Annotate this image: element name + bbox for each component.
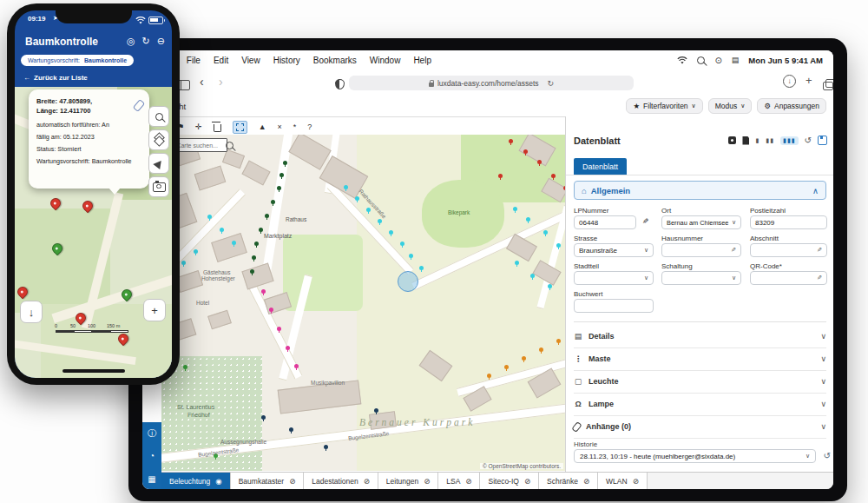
menu-item-edit[interactable]: Edit [214, 56, 228, 65]
map-marker[interactable] [526, 217, 530, 222]
forward-button[interactable]: › [219, 76, 223, 88]
map-marker[interactable] [271, 200, 275, 204]
map-marker[interactable] [261, 415, 266, 420]
map-marker[interactable] [355, 196, 359, 201]
map-marker[interactable] [530, 274, 535, 278]
map-marker[interactable] [194, 249, 198, 254]
three-column-icon[interactable]: ▮▮▮ [780, 136, 799, 145]
lpnummer-input[interactable]: 06448 [574, 215, 636, 229]
map-marker[interactable] [556, 339, 561, 343]
document-icon[interactable] [742, 136, 749, 145]
clock-icon[interactable]: ◔ [142, 451, 161, 460]
map-marker[interactable] [279, 173, 284, 177]
map-marker[interactable] [366, 208, 371, 212]
reload-icon[interactable] [548, 79, 555, 88]
downloads-icon[interactable]: ↓ [783, 75, 796, 88]
section-details[interactable]: ▤Details∨ [574, 325, 826, 348]
layer-tab-siteco-iq[interactable]: Siteco-IQ [480, 473, 539, 489]
abschnitt-input[interactable] [750, 243, 827, 257]
map-marker[interactable] [515, 261, 519, 265]
map-marker[interactable] [252, 255, 256, 260]
historie-undo-icon[interactable] [824, 451, 831, 460]
edit-lpnummer-icon[interactable] [642, 217, 649, 226]
filterfavoriten-button[interactable]: ★Filterfavoriten∨ [626, 98, 702, 114]
navigate-tool-button[interactable] [148, 153, 169, 174]
strasse-select[interactable]: Braunstraße∨ [574, 243, 654, 257]
buchwert-input[interactable] [574, 299, 654, 313]
edit-qrcode-icon[interactable] [817, 275, 822, 281]
menu-item-window[interactable]: Window [370, 56, 401, 65]
map-marker[interactable] [509, 139, 513, 143]
warning-tool-icon[interactable]: ▲ [259, 122, 266, 131]
collapse-icon[interactable] [157, 36, 165, 47]
delete-tool-icon[interactable] [214, 124, 221, 132]
panel-toggle-icon[interactable]: ▦ [142, 474, 161, 484]
map-marker[interactable] [232, 241, 236, 245]
wartungsvorschrift-chip[interactable]: Wartungsvorschrift:Baumkontrolle [21, 55, 134, 66]
map-marker[interactable] [344, 185, 348, 189]
info-icon[interactable]: ⓘ [142, 427, 161, 440]
help-tool-icon[interactable]: ? [307, 122, 312, 131]
section-lampe[interactable]: ΩLampe∨ [574, 393, 826, 416]
map-marker[interactable] [523, 149, 528, 154]
undo-icon[interactable] [805, 136, 812, 145]
map-marker[interactable] [389, 230, 393, 235]
map-marker[interactable] [539, 347, 543, 352]
map-marker[interactable] [419, 266, 424, 270]
map-marker[interactable] [487, 374, 491, 378]
map-marker[interactable] [409, 254, 413, 258]
camera-tool-button[interactable] [148, 176, 169, 197]
spotlight-search-icon[interactable] [697, 56, 705, 64]
download-button[interactable]: ↓ [20, 301, 43, 323]
layer-tab-beleuchtung[interactable]: Beleuchtung [161, 473, 231, 489]
map-marker[interactable] [277, 186, 281, 190]
map-marker[interactable] [254, 242, 259, 246]
address-bar[interactable]: luxdata-easy.com/home/assets [349, 76, 634, 90]
stop-icon[interactable] [728, 136, 736, 144]
map-marker[interactable] [522, 356, 526, 361]
map-marker[interactable] [181, 261, 186, 265]
section-allgemein[interactable]: ⌂ Allgemein ∧ [574, 181, 826, 200]
back-to-list-link[interactable]: ←Zurück zur Liste [23, 74, 88, 82]
edit-hausnummer-icon[interactable] [731, 247, 736, 254]
map-marker[interactable] [220, 228, 224, 232]
layer-tab-leitungen[interactable]: Leitungen [378, 473, 438, 489]
map-search-icon[interactable] [226, 142, 233, 149]
map-marker[interactable] [259, 228, 263, 232]
map-marker[interactable] [289, 427, 293, 432]
map-marker[interactable] [277, 327, 281, 331]
map-marker[interactable] [286, 346, 290, 350]
web-map[interactable]: Rathaus Marktplatz Bikepark Gästehaus Ho… [161, 135, 565, 471]
one-column-icon[interactable]: ▮ [755, 137, 760, 144]
new-tab-icon[interactable]: + [806, 74, 812, 87]
layer-tab-ladestationen[interactable]: Ladestationen [304, 473, 378, 489]
shield-icon[interactable] [335, 77, 345, 93]
map-marker[interactable] [400, 242, 404, 246]
layer-tab-wlan[interactable]: WLAN [598, 473, 648, 489]
map-marker[interactable] [269, 308, 273, 312]
postleitzahl-input[interactable]: 83209 [750, 215, 827, 229]
search-tool-button[interactable] [148, 106, 169, 127]
back-button[interactable]: ‹ [200, 76, 204, 88]
stadtteil-select[interactable]: ∨ [574, 271, 654, 285]
schaltung-select[interactable]: ∨ [661, 271, 741, 285]
qrcode-input[interactable] [750, 271, 827, 285]
two-column-icon[interactable]: ▮▮ [766, 137, 774, 144]
map-marker[interactable] [265, 214, 269, 218]
map-marker[interactable] [183, 365, 187, 369]
map-marker[interactable] [513, 207, 517, 211]
map-marker[interactable] [294, 364, 299, 368]
section-maste[interactable]: ⋮Maste∨ [574, 347, 826, 371]
map-marker[interactable] [548, 284, 552, 288]
anpassungen-button[interactable]: ⚙Anpassungen [757, 98, 826, 114]
map-marker[interactable] [504, 365, 509, 369]
hausnummer-input[interactable] [661, 243, 741, 257]
ort-select[interactable]: Bernau am Chiemsee∨ [661, 215, 741, 229]
save-icon[interactable] [818, 136, 827, 145]
phone-map[interactable]: Breite: 47.805899, Länge: 12.411700 auto… [15, 87, 172, 378]
map-marker[interactable] [551, 174, 556, 178]
map-marker[interactable] [537, 160, 542, 164]
move-tool-icon[interactable]: ✛ [195, 122, 202, 131]
menu-item-view[interactable]: View [241, 56, 260, 65]
map-marker[interactable] [556, 243, 561, 248]
